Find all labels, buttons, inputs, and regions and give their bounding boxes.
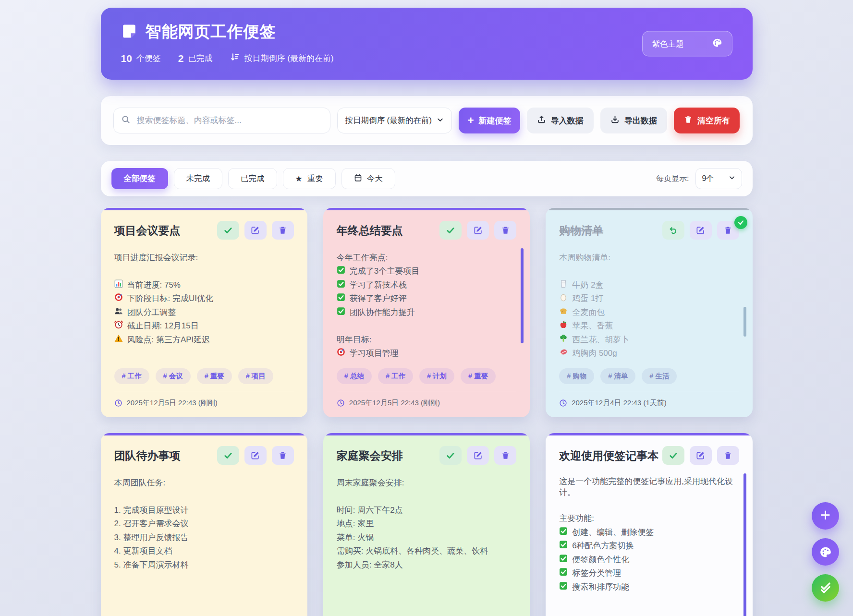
per-page-control: 每页显示: 9个 bbox=[656, 168, 742, 189]
note-content-text: 地点: 家里 bbox=[337, 518, 374, 529]
note-content-line: 牛奶 2盒 bbox=[559, 278, 739, 292]
note-content-line: 获得了客户好评 bbox=[337, 292, 516, 306]
sort-desc-icon bbox=[230, 52, 240, 64]
emoji-icon bbox=[114, 279, 123, 290]
edit-note-button[interactable] bbox=[467, 221, 489, 240]
note-card: 家庭聚会安排周末家庭聚会安排:时间: 周六下午2点地点: 家里菜单: 火锅需购买… bbox=[323, 433, 530, 616]
note-header: 项目会议要点 bbox=[114, 221, 294, 240]
note-actions bbox=[662, 221, 739, 240]
note-content-line: 今年工作亮点: bbox=[337, 251, 516, 265]
note-content-text: 项目进度汇报会议记录: bbox=[114, 252, 198, 263]
filter-tab-label: 已完成 bbox=[241, 173, 265, 184]
note-content-line: 下阶段目标: 完成UI优化 bbox=[114, 292, 294, 306]
check-icon bbox=[223, 226, 233, 235]
content-scrollbar[interactable] bbox=[743, 307, 746, 337]
complete-note-button[interactable] bbox=[662, 446, 684, 465]
note-content-text: 搜索和排序功能 bbox=[572, 581, 629, 592]
search-input[interactable] bbox=[113, 108, 330, 133]
emoji-icon bbox=[559, 348, 568, 359]
sort-status: 按日期倒序 (最新的在前) bbox=[230, 52, 334, 64]
note-content-text: 西兰花、胡萝卜 bbox=[572, 334, 629, 345]
undo-complete-button[interactable] bbox=[662, 221, 684, 240]
complete-note-button[interactable] bbox=[217, 446, 239, 465]
filter-tab-未完成[interactable]: 未完成 bbox=[174, 168, 223, 189]
note-content-text: 今年工作亮点: bbox=[337, 252, 388, 263]
fab-add-note-button[interactable]: + bbox=[812, 502, 839, 530]
filter-tab-已完成[interactable]: 已完成 bbox=[228, 168, 277, 189]
note-content-line: 全麦面包 bbox=[559, 305, 739, 319]
content-scrollbar[interactable] bbox=[743, 473, 746, 616]
delete-note-button[interactable] bbox=[272, 221, 294, 240]
edit-note-button[interactable] bbox=[244, 221, 267, 240]
note-content-line bbox=[114, 265, 294, 278]
edit-note-button[interactable] bbox=[690, 446, 712, 465]
note-tags: # 购物# 清单# 生活 bbox=[559, 368, 739, 384]
filter-tab-全部便签[interactable]: 全部便签 bbox=[111, 168, 168, 189]
emoji-icon bbox=[337, 348, 345, 359]
note-divider bbox=[114, 392, 294, 392]
note-divider bbox=[559, 392, 739, 392]
note-tag: # 会议 bbox=[156, 368, 191, 384]
note-content: 这是一个功能完整的便签记事应用,采用现代化设计。主要功能:创建、编辑、删除便签6… bbox=[559, 476, 739, 611]
stat-value: 2 bbox=[178, 53, 184, 64]
note-accent-bar bbox=[323, 208, 530, 210]
note-card: 年终总结要点今年工作亮点:完成了3个主要项目学习了新技术栈获得了客户好评团队协作… bbox=[323, 208, 530, 417]
edit-note-button[interactable] bbox=[467, 446, 489, 465]
clear-all-button[interactable]: 清空所有 bbox=[674, 108, 740, 133]
note-content-text: 2. 召开客户需求会议 bbox=[114, 518, 189, 529]
note-content-line: 参加人员: 全家8人 bbox=[337, 558, 516, 572]
download-icon bbox=[610, 115, 620, 126]
note-content-line: 需购买: 火锅底料、各种肉类、蔬菜、饮料 bbox=[337, 544, 516, 558]
delete-note-button[interactable] bbox=[272, 446, 294, 465]
note-header: 购物清单 bbox=[559, 221, 739, 240]
per-page-select[interactable]: 9个 bbox=[695, 168, 742, 189]
edit-note-button[interactable] bbox=[244, 446, 267, 465]
complete-note-button[interactable] bbox=[217, 221, 239, 240]
theme-button[interactable]: 紫色主题 bbox=[642, 31, 732, 57]
delete-note-button[interactable] bbox=[494, 446, 516, 465]
filter-tab-label: 重要 bbox=[307, 173, 323, 184]
note-card: 购物清单本周购物清单:牛奶 2盒鸡蛋 1打全麦面包苹果、香蕉西兰花、胡萝卜鸡胸肉… bbox=[546, 208, 752, 417]
note-content-text: 本周团队任务: bbox=[114, 477, 166, 488]
edit-note-button[interactable] bbox=[690, 221, 712, 240]
fab-complete-all-button[interactable] bbox=[812, 574, 839, 602]
note-content-text: 参加人员: 全家8人 bbox=[337, 559, 403, 570]
note-content-text: 明年目标: bbox=[337, 334, 372, 345]
filter-bar: 全部便签未完成已完成★重要今天 每页显示: 9个 bbox=[101, 161, 753, 196]
toolbar: 按日期倒序 (最新的在前) + 新建便签 导入数据 导出数据 清空所有 bbox=[101, 96, 753, 145]
note-actions bbox=[217, 446, 294, 465]
page-title: 智能网页工作便签 bbox=[146, 21, 276, 43]
note-content-line: 4. 更新项目文档 bbox=[114, 544, 294, 558]
note-actions bbox=[217, 221, 294, 240]
import-data-button[interactable]: 导入数据 bbox=[527, 108, 594, 133]
note-content-line: 2. 召开客户需求会议 bbox=[114, 517, 294, 531]
note-title: 家庭聚会安排 bbox=[337, 446, 403, 463]
new-note-button[interactable]: + 新建便签 bbox=[459, 108, 520, 133]
filter-tab-今天[interactable]: 今天 bbox=[341, 168, 395, 189]
palette-icon bbox=[712, 38, 722, 50]
emoji-icon bbox=[559, 320, 568, 331]
export-data-button[interactable]: 导出数据 bbox=[600, 108, 667, 133]
delete-note-button[interactable] bbox=[494, 221, 516, 240]
delete-note-button[interactable] bbox=[717, 446, 739, 465]
edit-icon bbox=[696, 451, 705, 460]
emoji-icon bbox=[337, 266, 345, 277]
note-content-line: 主要功能: bbox=[559, 512, 739, 526]
content-scrollbar[interactable] bbox=[521, 248, 524, 343]
fab-theme-button[interactable] bbox=[812, 538, 839, 566]
note-content-line: 风险点: 第三方API延迟 bbox=[114, 333, 294, 347]
app-header: 智能网页工作便签 10个便签2已完成 按日期倒序 (最新的在前) 紫色主题 bbox=[101, 8, 753, 80]
note-header: 家庭聚会安排 bbox=[337, 446, 516, 465]
sort-select[interactable]: 按日期倒序 (最新的在前) bbox=[337, 108, 452, 133]
note-content-line: 团队协作能力提升 bbox=[337, 305, 516, 319]
complete-note-button[interactable] bbox=[439, 221, 462, 240]
filter-tab-重要[interactable]: ★重要 bbox=[283, 168, 336, 189]
note-content-line bbox=[337, 319, 516, 333]
note-content-text: 鸡胸肉 500g bbox=[572, 348, 617, 359]
note-content-line: 这是一个功能完整的便签记事应用,采用现代化设计。 bbox=[559, 476, 739, 498]
complete-note-button[interactable] bbox=[439, 446, 462, 465]
note-title: 团队待办事项 bbox=[114, 446, 181, 463]
note-content-line: 团队分工调整 bbox=[114, 305, 294, 319]
note-content-line: 苹果、香蕉 bbox=[559, 319, 739, 333]
chevron-down-icon bbox=[437, 116, 444, 125]
